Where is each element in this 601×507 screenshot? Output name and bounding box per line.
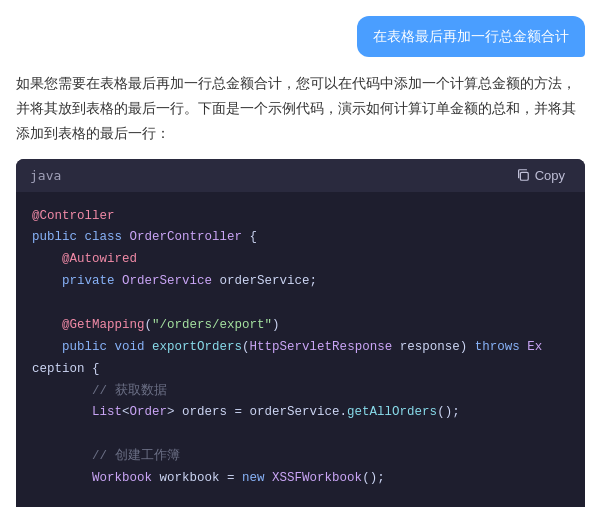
copy-icon — [516, 168, 530, 182]
code-language-label: java — [30, 168, 61, 183]
code-content: @Controller public class OrderController… — [16, 192, 585, 507]
copy-label: Copy — [535, 168, 565, 183]
chat-container: 在表格最后再加一行总金额合计 如果您需要在表格最后再加一行总金额合计，您可以在代… — [0, 0, 601, 507]
code-header: java Copy — [16, 159, 585, 192]
code-block: java Copy @Controller public class Order… — [16, 159, 585, 507]
svg-rect-0 — [520, 172, 528, 180]
copy-button[interactable]: Copy — [510, 166, 571, 185]
user-message-bubble: 在表格最后再加一行总金额合计 — [16, 16, 585, 57]
user-message-text: 在表格最后再加一行总金额合计 — [357, 16, 585, 57]
assistant-response-text: 如果您需要在表格最后再加一行总金额合计，您可以在代码中添加一个计算总金额的方法，… — [16, 71, 585, 147]
